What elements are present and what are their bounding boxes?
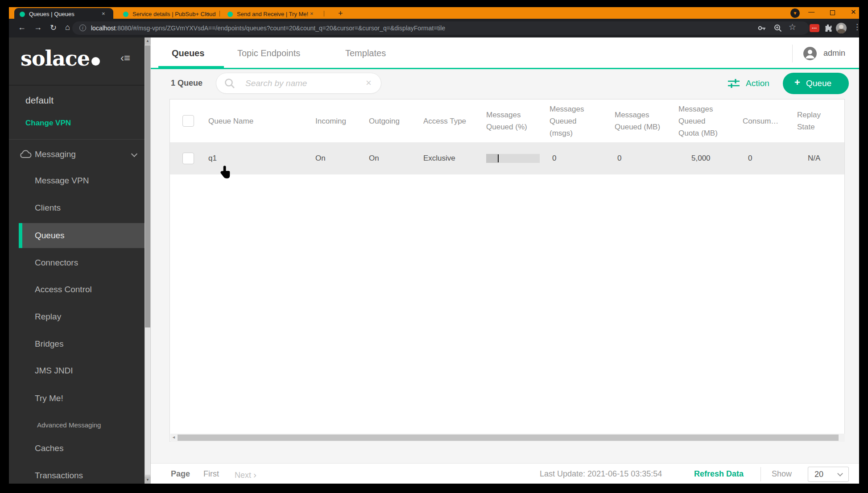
sidebar-item-clients[interactable]: Clients [35,202,61,214]
chevron-down-icon[interactable] [131,151,137,157]
sidebar-item-caches[interactable]: Caches [35,442,63,455]
table-row[interactable]: q1 On On Exclusive 0 0 5,000 0 N/A [170,142,844,174]
tab-queues[interactable]: Queues [172,48,204,58]
sidebar-scrollbar[interactable]: ▲ ▼ [145,37,151,484]
browser-tab-service-details[interactable]: Service details | PubSub+ Cloud × [118,8,217,19]
scroll-left-icon[interactable]: ◄ [172,435,176,439]
sidebar-section-messaging[interactable]: Messaging [35,149,76,159]
password-key-icon[interactable] [757,24,766,33]
extension-red-icon[interactable]: ••• [810,24,819,32]
sidebar-item-transactions[interactable]: Transactions [35,469,83,482]
cell-queued-mb: 0 [617,153,621,163]
queues-table: Queue Name Incoming Outgoing Access Type… [169,99,845,442]
first-page-button[interactable]: First [203,469,219,479]
cell-access-type: Exclusive [423,153,455,163]
scrollbar-track[interactable] [145,327,150,475]
tab-close-icon[interactable]: × [102,10,105,17]
browser-tab-strip: Queues | Queues × Service details | PubS… [9,7,859,19]
sidebar-item-jms-jndi[interactable]: JMS JNDI [35,365,73,377]
col-consumers[interactable]: Consum… [743,115,792,127]
sidebar-item-message-vpn[interactable]: Message VPN [35,174,89,187]
page-size-select[interactable]: 20 [808,467,849,482]
search-placeholder: Search by name [245,79,307,88]
scrollbar-thumb[interactable] [178,435,839,441]
refresh-data-button[interactable]: Refresh Data [694,469,744,479]
col-messages-queued-msgs[interactable]: Messages Queued (msgs) [550,103,594,139]
cell-replay-state: N/A [808,153,820,163]
col-replay-state[interactable]: Replay State [797,109,833,133]
tab-templates[interactable]: Templates [345,48,386,58]
sidebar: solace ‹≡ default Change VPN Messaging M… [9,37,145,484]
row-checkbox[interactable] [182,153,194,164]
browser-tab-queues[interactable]: Queues | Queues × [14,8,113,19]
action-sliders-icon[interactable] [727,79,740,88]
messages-queued-progress-bar [486,154,540,163]
browser-menu-icon[interactable]: ⋮ [853,22,861,32]
col-messages-queued-mb[interactable]: Messages Queued (MB) [615,109,665,133]
page-info-icon[interactable]: i [79,25,86,31]
sidebar-item-bridges[interactable]: Bridges [35,338,63,350]
col-access-type[interactable]: Access Type [423,115,466,127]
new-tab-button[interactable]: + [338,9,343,18]
scroll-up-icon[interactable]: ▲ [145,37,151,45]
forward-icon[interactable]: → [34,23,42,32]
browser-url-bar: ← → ↻ ⌂ i localhost:8080/#/msg-vpns/ZGVm… [9,19,859,37]
col-incoming[interactable]: Incoming [315,115,346,127]
tab-close-icon[interactable]: × [206,10,209,17]
col-messages-queued-quota[interactable]: Messages Queued Quota (MB) [678,103,725,139]
back-icon[interactable]: ← [18,23,26,32]
tab-favicon-icon [227,12,233,17]
tab-close-icon[interactable]: × [310,10,314,17]
zoom-page-icon[interactable] [773,24,782,33]
browser-profile-avatar[interactable] [836,23,847,33]
user-avatar-icon[interactable] [803,46,817,61]
sidebar-item-replay[interactable]: Replay [35,311,61,323]
tab-separator [324,11,324,17]
window-close-button[interactable]: ✕ [851,8,856,16]
sidebar-item-access-control[interactable]: Access Control [35,283,92,296]
username-label[interactable]: admin [823,49,845,58]
browser-tab-send-receive[interactable]: Send and Receive | Try Me! × [223,8,321,19]
sidebar-item-advanced-messaging[interactable]: Advanced Messaging [37,419,101,431]
bookmark-star-icon[interactable]: ☆ [789,22,796,32]
select-all-checkbox[interactable] [182,115,194,127]
sidebar-collapse-icon[interactable]: ‹≡ [120,52,130,64]
page-label: Page [171,469,190,479]
plus-icon: + [794,77,800,88]
scrollbar-thumb[interactable] [145,46,150,327]
next-page-button[interactable]: Next › [235,469,256,480]
url-path: :8080/#/msg-vpns/ZGVmYXVsdA==/endpoints/… [116,25,445,32]
url-text: localhost:8080/#/msg-vpns/ZGVmYXVsdA==/e… [91,25,445,32]
window-minimize-button[interactable]: — [808,8,814,15]
search-icon [224,78,236,89]
window-restore-button[interactable] [830,10,835,15]
divider [9,85,145,86]
home-icon[interactable]: ⌂ [65,23,70,32]
table-horizontal-scrollbar[interactable]: ◄ [170,434,845,442]
cell-queue-name[interactable]: q1 [208,153,217,163]
scroll-down-icon[interactable]: ▼ [145,476,151,484]
browser-update-badge-icon[interactable]: ▼ [790,8,800,18]
action-button[interactable]: Action [746,79,769,88]
cell-outgoing: On [369,153,379,163]
col-queue-name[interactable]: Queue Name [208,115,253,127]
reload-icon[interactable]: ↻ [50,23,57,33]
search-clear-icon[interactable]: × [366,77,372,89]
queue-count-label: 1 Queue [171,79,203,88]
sidebar-item-try-me[interactable]: Try Me! [35,392,63,405]
extensions-puzzle-icon[interactable] [823,24,832,33]
vpn-name: default [25,95,54,106]
tab-topic-endpoints[interactable]: Topic Endpoints [237,48,300,58]
add-queue-button[interactable]: + Queue [783,73,849,94]
sidebar-item-queues[interactable]: Queues [35,229,65,242]
url-host: localhost [91,25,116,32]
tab-title: Send and Receive | Try Me! [237,11,308,17]
main-content: Queues Topic Endpoints Templates admin 1… [151,37,859,484]
sidebar-item-connectors[interactable]: Connectors [35,257,78,269]
col-outgoing[interactable]: Outgoing [369,115,400,127]
content-footer: Page First Next › Last Update: 2021-06-1… [151,463,859,484]
messaging-cloud-icon [20,150,32,161]
change-vpn-link[interactable]: Change VPN [25,119,71,128]
col-messages-queued-pct[interactable]: Messages Queued (%) [486,109,533,133]
mouse-hand-cursor [219,166,231,179]
